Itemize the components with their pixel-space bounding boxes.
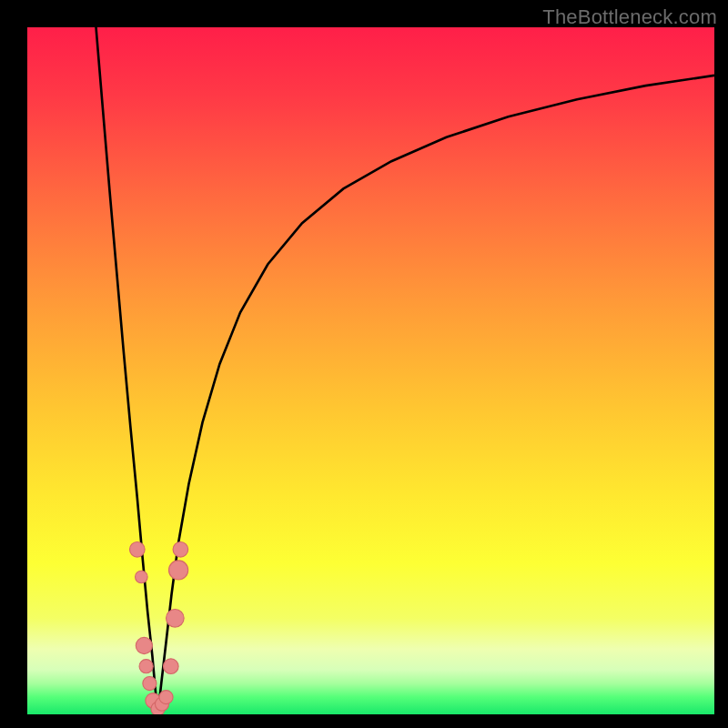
data-marker (167, 609, 185, 627)
left-branch-curve (96, 27, 158, 714)
chart-frame: TheBottleneck.com (0, 0, 728, 728)
data-marker (129, 541, 145, 557)
plot-area (27, 27, 714, 714)
data-marker (139, 660, 153, 673)
data-marker (136, 637, 152, 653)
data-marker (169, 561, 188, 580)
data-marker (143, 676, 157, 690)
data-marker (159, 691, 173, 704)
right-branch-curve (157, 76, 714, 714)
watermark-text: TheBottleneck.com (542, 5, 717, 29)
curve-layer (27, 27, 714, 714)
data-marker (136, 571, 148, 583)
marker-group (129, 541, 187, 714)
data-marker (173, 541, 188, 557)
data-marker (163, 659, 178, 674)
